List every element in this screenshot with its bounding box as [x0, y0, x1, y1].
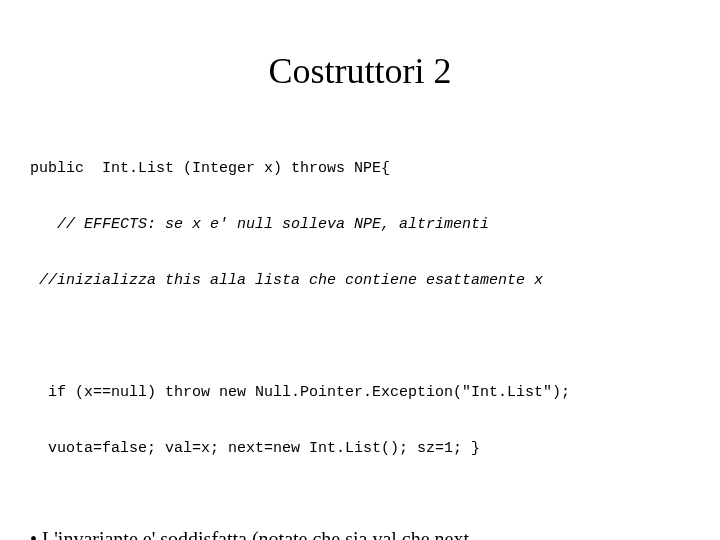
page-title: Costruttori 2 — [20, 50, 700, 92]
slide: Costruttori 2 public Int.List (Integer x… — [0, 0, 720, 540]
code-comment: // EFFECTS: se x e' null solleva NPE, al… — [30, 216, 700, 235]
bullet-list: • L'invariante e' soddisfatta (notate ch… — [30, 526, 700, 540]
code-comment: //inizializza this alla lista che contie… — [30, 272, 700, 291]
code-line: if (x==null) throw new Null.Pointer.Exce… — [30, 384, 700, 403]
code-line: vuota=false; val=x; next=new Int.List();… — [30, 440, 700, 459]
spacer — [30, 328, 700, 346]
code-block: public Int.List (Integer x) throws NPE{ … — [30, 122, 700, 496]
code-line: public Int.List (Integer x) throws NPE{ — [30, 160, 700, 179]
bullet-item: • L'invariante e' soddisfatta (notate ch… — [30, 526, 700, 540]
